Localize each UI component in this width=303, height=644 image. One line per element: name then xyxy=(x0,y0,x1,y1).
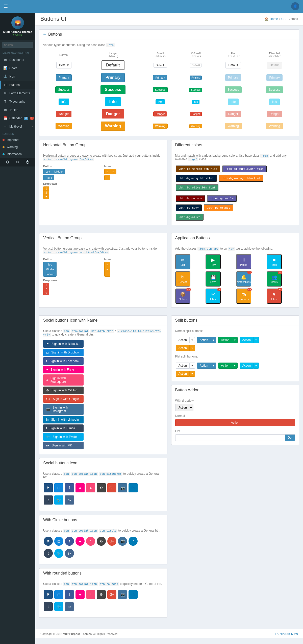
sidebar-label-information[interactable]: Information xyxy=(0,151,35,158)
btn-sign-facebook[interactable]: f Sign in with Facebook xyxy=(43,357,84,365)
dropdown-1[interactable]: 1 xyxy=(43,186,49,190)
split-flat-default-toggle[interactable]: ▾ xyxy=(190,363,195,369)
circle-linkedin[interactable]: in xyxy=(129,537,138,546)
addon-flat-input[interactable] xyxy=(175,434,285,441)
icon-btn-v3[interactable]: ≡ xyxy=(104,272,110,277)
app-btn-products[interactable]: 49 🛍 Products xyxy=(236,289,251,304)
btn-sign-tumblr[interactable]: t Sign in with Tumblr xyxy=(43,424,84,432)
circle-instagram[interactable]: 📷 xyxy=(118,537,127,546)
btn-middle-v[interactable]: Middle xyxy=(43,267,57,272)
icon-vk[interactable]: вк xyxy=(65,495,74,505)
circle-github[interactable]: ⚙ xyxy=(97,537,106,546)
rounded-instagram[interactable]: 📷 xyxy=(118,590,127,599)
rounded-bitbucket[interactable]: ⚑ xyxy=(44,590,53,599)
addon-action-btn[interactable]: Action xyxy=(175,419,295,426)
btn-sign-twitter[interactable]: 🐦 Sign in with Twitter xyxy=(43,433,84,441)
sidebar-item-calendar[interactable]: 📅 Calendar 17 2 xyxy=(0,114,35,122)
btn-warning-normal[interactable]: Warning xyxy=(56,123,72,129)
split-flat-warning-main[interactable]: Action xyxy=(176,371,190,377)
sidebar-item-dashboard[interactable]: ⊞ Dashboard xyxy=(0,56,35,64)
btn-maroon-flat[interactable]: .btn-bg-maroon.btn-flat xyxy=(176,165,220,172)
split-info-toggle[interactable]: ▾ xyxy=(254,337,259,343)
split-flat-primary-main[interactable]: Action xyxy=(197,363,211,369)
sidebar-item-icon[interactable]: ⚓ Icon xyxy=(0,72,35,81)
split-flat-info-main[interactable]: Action xyxy=(240,363,254,369)
rounded-linkedin[interactable]: in xyxy=(129,590,138,599)
icon-btn1[interactable]: ≡ xyxy=(104,169,110,174)
btn-default-flat[interactable]: Default xyxy=(225,62,241,68)
btn-info-large[interactable]: Info xyxy=(105,97,121,106)
btn-danger-flat[interactable]: Danger xyxy=(225,111,241,117)
icon-twitter[interactable]: 🐦 xyxy=(54,495,63,505)
dropdown-v-arrow[interactable]: ▼ xyxy=(43,291,49,295)
app-btn-orders[interactable]: 45 📦 Orders xyxy=(175,289,190,304)
btn-left[interactable]: Left xyxy=(43,169,52,174)
btn-primary-flat[interactable]: Primary xyxy=(225,74,241,81)
btn-danger-xsmall[interactable]: Danger xyxy=(190,112,202,116)
btn-success-normal[interactable]: Success xyxy=(55,86,72,93)
user-avatar[interactable]: 👤 xyxy=(291,2,299,10)
icon-dropbox[interactable]: ◻ xyxy=(54,483,63,492)
btn-sign-foursquare[interactable]: 4 Sign in with Foursquare xyxy=(43,374,84,386)
split-flat-info-toggle[interactable]: ▾ xyxy=(254,363,259,369)
btn-sign-flickr[interactable]: ● Sign in with Flickr xyxy=(43,366,84,373)
btn-primary-xsmall[interactable]: Primary xyxy=(190,76,202,80)
btn-warning-small[interactable]: Warning xyxy=(153,124,168,129)
icon-bitbucket[interactable]: ⚑ xyxy=(44,483,53,492)
btn-info-small[interactable]: Info xyxy=(156,99,165,104)
gear-icon[interactable]: ⚙ xyxy=(6,160,9,164)
app-btn-play[interactable]: ▶ Play xyxy=(206,254,221,269)
sidebar-item-typography[interactable]: T Typography xyxy=(0,97,35,106)
btn-olive-flat[interactable]: .btn-bg-olive.btn-flat xyxy=(176,184,219,191)
icon-instagram[interactable]: 📷 xyxy=(118,483,127,492)
rounded-facebook[interactable]: f xyxy=(65,590,74,599)
sidebar-item-tables[interactable]: ⊞ Tables xyxy=(0,106,35,114)
btn-sign-bitbucket[interactable]: ⚑ Sign in with Bitbucket xyxy=(43,340,84,348)
circle-google[interactable]: G+ xyxy=(107,537,116,546)
btn-success-small[interactable]: Success xyxy=(153,87,168,92)
rounded-github[interactable]: ⚙ xyxy=(97,590,106,599)
btn-primary-small[interactable]: Primary xyxy=(153,75,167,80)
split-warning-toggle[interactable]: ▾ xyxy=(190,345,195,351)
btn-middle[interactable]: Middle xyxy=(52,169,65,174)
app-btn-save[interactable]: 💾 Save xyxy=(206,271,221,287)
split-primary-main[interactable]: Action xyxy=(197,337,211,343)
split-flat-success-main[interactable]: Action xyxy=(218,363,232,369)
btn-orange-flat[interactable]: .btn-bg-orange.btn-flat xyxy=(219,175,263,182)
rounded-vk[interactable]: вк xyxy=(65,602,74,611)
sidebar-label-important[interactable]: Important xyxy=(0,136,35,144)
circle-dropbox[interactable]: ◻ xyxy=(54,537,63,546)
circle-foursquare[interactable]: 4 xyxy=(86,537,95,546)
btn-info-flat[interactable]: Info xyxy=(228,99,238,105)
footer-purchase[interactable]: Purchase Now xyxy=(275,632,298,636)
btn-navy-solid[interactable]: .btn-bg-navy xyxy=(176,204,202,211)
split-success-toggle[interactable]: ▾ xyxy=(232,337,238,343)
rounded-twitter[interactable]: 🐦 xyxy=(54,602,63,611)
sidebar-item-buttons[interactable]: □ Buttons xyxy=(0,81,35,89)
sidebar-item-chart[interactable]: 📊 Chart xyxy=(0,64,35,72)
rounded-dropbox[interactable]: ◻ xyxy=(54,590,63,599)
rounded-tumblr[interactable]: t xyxy=(44,602,53,611)
btn-sign-github[interactable]: ⚙ Sign in with GitHub xyxy=(43,387,84,394)
rounded-flickr[interactable]: ● xyxy=(75,590,85,599)
sidebar-item-multilevel[interactable]: → Multilevel ‹ xyxy=(0,122,35,131)
rounded-google[interactable]: G+ xyxy=(107,590,116,599)
icon-btn3[interactable]: ≡ xyxy=(104,175,110,180)
addon-go-btn[interactable]: Go! xyxy=(285,434,295,441)
btn-default-normal[interactable]: Default xyxy=(56,62,71,68)
btn-default-xsmall[interactable]: Default xyxy=(190,63,201,67)
dropdown-arrow[interactable]: ▼ xyxy=(43,195,49,199)
breadcrumb-home[interactable]: Home xyxy=(270,17,278,21)
btn-purple-flat[interactable]: .btn-bg-purple.btn-flat xyxy=(222,165,267,172)
app-btn-pause[interactable]: ⏸ Pause xyxy=(236,254,251,269)
split-flat-warning-toggle[interactable]: ▾ xyxy=(190,371,195,377)
addon-dropdown-select[interactable]: Action xyxy=(175,404,193,411)
circle-bitbucket[interactable]: ⚑ xyxy=(44,537,53,546)
dropdown-v1[interactable]: 1 xyxy=(43,283,49,287)
btn-navy-flat[interactable]: .btn-bg-navy.btn-flat xyxy=(176,175,217,182)
dropdown-2[interactable]: 2 xyxy=(43,190,49,195)
btn-warning-flat[interactable]: Warning xyxy=(225,123,241,129)
btn-sign-linkedin[interactable]: in Sign in with LinkedIn xyxy=(43,416,84,423)
split-default-toggle[interactable]: ▾ xyxy=(190,337,195,343)
btn-info-xsmall[interactable]: Info xyxy=(192,100,200,104)
